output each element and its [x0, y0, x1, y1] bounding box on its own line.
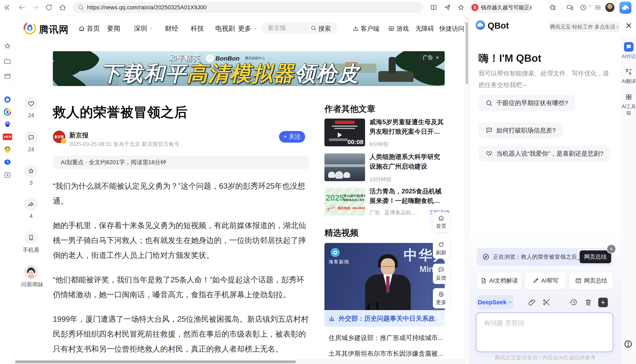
hot-search-pill[interactable]: S 钱存越久越亏可能正在 — [469, 2, 532, 13]
mobile-view-button[interactable]: 手机看 — [21, 231, 41, 254]
float-home-button[interactable]: 首页 — [433, 212, 450, 232]
home-icon[interactable] — [59, 4, 66, 11]
extensions-icon[interactable] — [548, 4, 556, 11]
nav-yaowen[interactable]: 要闻 — [107, 24, 120, 33]
summarize-page-button[interactable]: 网页总结 — [580, 250, 611, 263]
site-logo-icon[interactable] — [23, 22, 36, 35]
nav-quick-access[interactable]: 快捷访问 — [440, 24, 464, 33]
collapse-sidebar-icon[interactable] — [3, 4, 11, 11]
nav-accessibility[interactable]: 无障碍 — [416, 24, 434, 33]
profile-avatar[interactable] — [605, 3, 614, 12]
float-more-button[interactable]: 更多 — [433, 288, 450, 308]
related-thumb-city[interactable] — [324, 154, 365, 181]
shortcut-baidu-icon[interactable] — [4, 121, 11, 128]
share-arrow-icon[interactable] — [24, 198, 38, 211]
model-selector[interactable]: DeepSeek — [477, 295, 514, 309]
related-title-3[interactable]: 活力青岛，2025食品机械展来袭！一起嗨翻食机新潮... — [370, 186, 446, 206]
qbot-close-icon[interactable] — [625, 22, 633, 30]
shortcut-clock-icon[interactable] — [4, 158, 11, 166]
qbot-input-box[interactable]: 深度思考 联网搜索 — [476, 312, 613, 352]
site-search-box[interactable]: 新京报 搜索 — [261, 22, 337, 34]
suggestion-chip-2[interactable]: 如何打破职场信息差? — [478, 122, 563, 138]
related-title-2[interactable]: 人类细胞谱系大科学研究设施在广州启动建设 — [370, 152, 446, 171]
attach-icon[interactable] — [528, 298, 536, 306]
forward-icon[interactable] — [32, 4, 39, 11]
share-button[interactable]: 4 — [21, 198, 41, 219]
folder-icon[interactable] — [4, 58, 11, 65]
article-title: 救人的荣誉被冒领之后 — [53, 103, 188, 121]
bookmark-star-icon[interactable] — [457, 4, 465, 11]
search-button[interactable]: 搜索 — [318, 24, 331, 33]
window-icon[interactable] — [4, 72, 11, 80]
reload-icon[interactable] — [45, 4, 53, 11]
history-icon[interactable] — [580, 4, 587, 11]
video-caption-row[interactable]: 外交部：历史问题事关中日关系政... — [324, 310, 445, 327]
shortcut-tencent-news-icon[interactable] — [4, 108, 11, 116]
ad-label[interactable]: 广告 × — [420, 53, 442, 62]
comment-icon[interactable] — [24, 131, 38, 144]
nav-shenzhen[interactable]: 深圳 — [134, 24, 154, 33]
qbot-promo-pill[interactable]: 腾讯元宝-轻松工作 多点生活 › — [549, 22, 620, 32]
browsing-close-icon[interactable] — [606, 244, 616, 254]
ai-chat-icon — [624, 42, 634, 52]
history-caret-icon[interactable] — [588, 4, 592, 11]
assistant-avatar[interactable] — [24, 265, 38, 278]
video-list-item[interactable]: 住房城乡建设部：推广形成可持续城市... — [324, 330, 445, 346]
trash-icon[interactable] — [584, 298, 592, 306]
browser-logo-icon[interactable] — [620, 2, 632, 14]
nav-dianshiju[interactable]: 电视剧 — [215, 24, 235, 33]
ad-banner[interactable]: 和平精英 ◠ BonBon 腾讯游戏中心 下载和平高清模拟器领枪皮 广告 × — [53, 51, 445, 86]
tab-ai-chat[interactable]: AI对话 — [621, 42, 636, 60]
back-icon[interactable] — [18, 4, 26, 11]
favorite-button[interactable]: 3 — [21, 164, 41, 186]
float-refresh-button[interactable]: 刷新 — [433, 238, 450, 259]
comment-button[interactable]: 24 — [21, 131, 41, 153]
shortcut-music-icon[interactable] — [4, 146, 11, 154]
float-feedback-button[interactable]: 反馈 — [433, 264, 450, 284]
ad-close-icon[interactable]: × — [436, 54, 439, 60]
ai-doc-read-button[interactable]: AI文档解读 — [477, 272, 522, 290]
shortcut-qq-icon[interactable] — [4, 96, 11, 103]
star-icon[interactable] — [24, 164, 38, 178]
suggestion-chip-3[interactable]: 当机器人说“我爱你”，是喜剧还是悲剧? — [478, 146, 610, 162]
devices-icon[interactable] — [566, 4, 574, 11]
reading-list-icon[interactable] — [430, 4, 438, 11]
history-clock-icon[interactable] — [570, 298, 578, 306]
info-exclamation-icon[interactable] — [624, 340, 633, 349]
qbot-input[interactable] — [484, 318, 600, 336]
author-name[interactable]: 新京报 — [69, 131, 88, 140]
ai-digest-bar[interactable]: AI划重点 · 全文约6201字，阅读需18分钟 — [53, 156, 309, 169]
nav-keji[interactable]: 科技 — [191, 24, 204, 33]
shortcut-xiaohongshu-icon[interactable]: 小红书 — [3, 134, 12, 140]
video-player[interactable]: 中华人 Ministr 海客新闻 — [324, 243, 445, 310]
news-assistant-button[interactable]: 问新闻妹 — [21, 265, 41, 288]
page-scrollbar-thumb[interactable] — [466, 22, 468, 84]
nav-client[interactable]: 客户端 — [352, 24, 379, 33]
menu-icon[interactable] — [594, 4, 602, 11]
heart-icon[interactable] — [24, 97, 38, 110]
suggestion-chip-1[interactable]: 干眼症的早期症状有哪些? — [478, 95, 575, 111]
video-list-item[interactable]: 土耳其伊斯坦布尔市市长因涉嫌贪腐被... — [324, 346, 445, 362]
nav-games[interactable]: 游戏 — [388, 24, 409, 33]
related-title-1[interactable]: 威海5岁男童疑遭生母及其男友殴打致死案今日开庭 ... — [370, 117, 446, 136]
favorites-star-icon[interactable] — [4, 42, 11, 50]
add-shortcut-icon[interactable] — [4, 171, 11, 179]
tab-ai-toolbox[interactable]: AI工具箱 — [621, 92, 636, 116]
tab-ai-translate[interactable]: 文A AI翻译 — [621, 67, 636, 84]
nav-caijing[interactable]: 财经 — [165, 24, 178, 33]
related-thumb-ad[interactable]: 2025 第22届中国(青岛) 国际食品加工和包装机械展览会 报名电话: 400… — [324, 188, 365, 216]
like-button[interactable]: 24 — [21, 97, 41, 119]
phone-icon[interactable] — [24, 231, 38, 244]
page-summary-button[interactable]: AI 网页总结 — [569, 272, 613, 290]
share-icon[interactable] — [444, 4, 451, 11]
page-hscrollbar-thumb[interactable] — [15, 360, 296, 363]
new-chat-icon[interactable] — [598, 298, 608, 307]
url-bar[interactable]: https://news.qq.com/rain/a/20250325A01X9… — [72, 2, 423, 13]
site-logo-text[interactable]: 腾讯网 — [39, 23, 69, 36]
ai-write-button[interactable]: AI帮写 — [525, 272, 566, 290]
related-thumb-video[interactable]: 00:08 — [324, 118, 365, 146]
nav-home[interactable]: 首页 — [78, 24, 100, 33]
nav-more[interactable]: 更多 — [238, 24, 258, 33]
follow-button[interactable]: + 关注 — [279, 131, 305, 142]
screenshot-scissors-icon[interactable] — [542, 298, 550, 306]
